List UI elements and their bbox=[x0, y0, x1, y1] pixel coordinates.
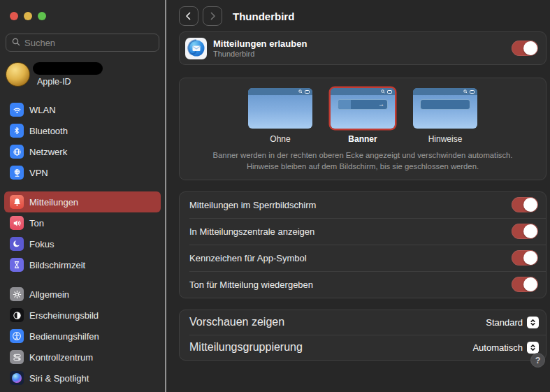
sidebar-item-bildschirmzeit[interactable]: Bildschirmzeit bbox=[4, 254, 161, 275]
page-title: Thunderbird bbox=[233, 10, 294, 22]
show-previews-dropdown[interactable]: Standard bbox=[486, 317, 539, 328]
control-center-icon bbox=[10, 350, 24, 364]
dropdown-value: Standard bbox=[486, 317, 523, 328]
sidebar-item-label: Kontrollzentrum bbox=[29, 352, 93, 363]
accessibility-icon bbox=[10, 329, 24, 343]
gear-icon bbox=[10, 287, 24, 301]
alert-style-preview-none[interactable] bbox=[248, 88, 312, 129]
sidebar-item-siri-spotlight[interactable]: Siri & Spotlight bbox=[4, 368, 161, 389]
sidebar-item-vpn[interactable]: VPN bbox=[4, 162, 161, 183]
banner-notification-mock: → bbox=[338, 99, 388, 110]
sidebar-item-erscheinungsbild[interactable]: Erscheinungsbild bbox=[4, 305, 161, 326]
sidebar-item-kontrollzentrum[interactable]: Kontrollzentrum bbox=[4, 347, 161, 368]
allow-notifications-card: Mitteilungen erlauben Thunderbird bbox=[179, 31, 547, 65]
toggle-row-notification-center: In Mitteilungszentrale anzeigen bbox=[180, 219, 546, 245]
toggle-row-sound: Ton für Mitteilung wiedergeben bbox=[180, 272, 546, 298]
allow-notifications-title: Mitteilungen erlauben bbox=[213, 38, 307, 49]
toggle-row-lock-screen: Mitteilungen im Sperrbildschirm bbox=[180, 192, 546, 218]
sidebar-item-label: Fokus bbox=[29, 239, 54, 249]
toggle-row-badge: Kennzeichen für App-Symbol bbox=[180, 245, 546, 271]
sidebar-item-mitteilungen[interactable]: Mitteilungen bbox=[4, 191, 161, 212]
alert-style-label: Hinweise bbox=[428, 134, 463, 144]
control-center-icon bbox=[305, 90, 310, 94]
notification-grouping-dropdown[interactable]: Automatisch bbox=[472, 342, 539, 354]
sidebar-item-ton[interactable]: Ton bbox=[4, 212, 161, 233]
sidebar-item-bluetooth[interactable]: Bluetooth bbox=[4, 120, 161, 141]
dropdown-label: Mitteilungsgruppierung bbox=[189, 341, 303, 354]
contrast-icon bbox=[10, 308, 24, 322]
alert-style-option-hinweise[interactable]: Hinweise bbox=[413, 88, 477, 144]
sidebar-item-label: WLAN bbox=[29, 105, 56, 115]
alert-style-preview-alerts[interactable] bbox=[413, 88, 477, 129]
chevron-right-icon bbox=[208, 12, 217, 20]
lock-screen-toggle[interactable] bbox=[512, 197, 538, 212]
sidebar-item-label: Bedienungshilfen bbox=[29, 331, 99, 342]
control-center-icon bbox=[387, 90, 392, 94]
speaker-icon bbox=[10, 216, 24, 230]
magnifier-icon bbox=[298, 89, 303, 94]
bell-icon bbox=[10, 195, 24, 209]
sidebar-item-netzwerk[interactable]: Netzwerk bbox=[4, 141, 161, 162]
siri-icon bbox=[10, 371, 24, 385]
dropdown-row-previews: Vorschauen zeigen Standard bbox=[180, 310, 546, 335]
sidebar-item-label: Allgemein bbox=[29, 289, 69, 300]
dropdowns-card: Vorschauen zeigen Standard Mitteilungsgr… bbox=[179, 310, 547, 361]
window-controls bbox=[4, 0, 161, 20]
avatar bbox=[6, 62, 30, 87]
search-field[interactable] bbox=[6, 34, 159, 52]
alert-style-preview-banner[interactable]: → bbox=[331, 88, 395, 129]
sound-toggle[interactable] bbox=[512, 277, 538, 292]
dropdown-value: Automatisch bbox=[472, 342, 523, 353]
allow-notifications-toggle[interactable] bbox=[512, 41, 538, 56]
minimize-icon[interactable] bbox=[24, 12, 32, 20]
globe-icon bbox=[10, 145, 24, 159]
chevron-left-icon bbox=[184, 12, 193, 20]
alert-style-option-banner[interactable]: → Banner bbox=[331, 88, 395, 144]
vpn-globe-icon bbox=[10, 166, 24, 180]
notification-options-card: Mitteilungen im Sperrbildschirm In Mitte… bbox=[179, 191, 547, 298]
sidebar-item-label: Ton bbox=[29, 218, 44, 228]
sidebar-item-label: Siri & Spotlight bbox=[29, 373, 89, 384]
sidebar-item-label: Bluetooth bbox=[29, 126, 68, 136]
sidebar-item-label: Bildschirmzeit bbox=[29, 260, 85, 270]
badge-toggle[interactable] bbox=[512, 250, 538, 266]
sidebar-item-wlan[interactable]: WLAN bbox=[4, 99, 161, 120]
allow-notifications-subtitle: Thunderbird bbox=[213, 50, 307, 58]
sidebar-nav: WLAN Bluetooth Netzwerk bbox=[4, 99, 161, 389]
zoom-icon[interactable] bbox=[38, 12, 46, 20]
alert-style-label: Banner bbox=[348, 134, 377, 144]
notification-center-toggle[interactable] bbox=[512, 224, 538, 239]
forward-button[interactable] bbox=[203, 6, 222, 26]
alert-style-card: Ohne → Banner bbox=[179, 78, 547, 180]
sidebar-item-fokus[interactable]: Fokus bbox=[4, 233, 161, 254]
toggle-row-label: Mitteilungen im Sperrbildschirm bbox=[189, 200, 316, 210]
stepper-icon bbox=[527, 317, 539, 328]
sidebar-item-apple-id[interactable]: Apple-ID bbox=[6, 59, 159, 89]
thunderbird-app-icon bbox=[185, 38, 207, 59]
sidebar-item-allgemein[interactable]: Allgemein bbox=[4, 284, 161, 305]
toggle-row-label: Kennzeichen für App-Symbol bbox=[189, 253, 307, 263]
hourglass-icon bbox=[10, 258, 24, 272]
bluetooth-icon bbox=[10, 124, 24, 138]
close-icon[interactable] bbox=[10, 12, 18, 20]
alert-style-option-ohne[interactable]: Ohne bbox=[248, 88, 312, 144]
alert-style-label: Ohne bbox=[270, 134, 290, 144]
stepper-icon bbox=[527, 342, 539, 354]
moon-icon bbox=[10, 237, 24, 251]
help-button[interactable]: ? bbox=[530, 353, 545, 368]
toggle-row-label: In Mitteilungszentrale anzeigen bbox=[189, 226, 314, 237]
sidebar-item-bedienungshilfen[interactable]: Bedienungshilfen bbox=[4, 326, 161, 347]
alert-notification-mock bbox=[420, 99, 470, 110]
alert-style-description: Banner werden in der rechten oberen Ecke… bbox=[187, 150, 539, 173]
redacted-username bbox=[33, 62, 103, 75]
sidebar-item-label: VPN bbox=[29, 168, 48, 178]
dropdown-label: Vorschauen zeigen bbox=[189, 316, 284, 328]
mini-menubar bbox=[413, 88, 477, 95]
question-mark-icon: ? bbox=[535, 356, 541, 365]
search-input[interactable] bbox=[24, 38, 153, 48]
search-icon bbox=[12, 36, 20, 49]
back-button[interactable] bbox=[179, 6, 198, 26]
sidebar-item-label: Erscheinungsbild bbox=[29, 310, 99, 321]
main-pane: Thunderbird Mitteilungen erlau bbox=[166, 0, 550, 392]
mini-menubar bbox=[331, 88, 395, 95]
